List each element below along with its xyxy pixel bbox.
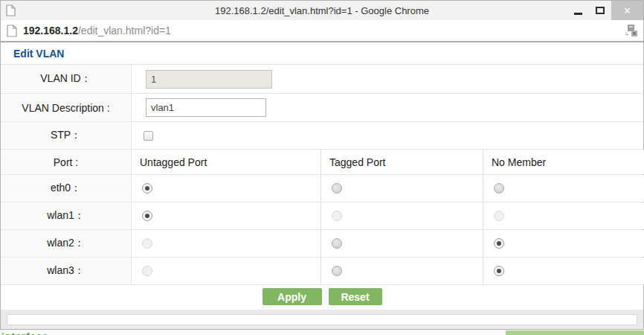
radio-wlan3-untagged: [142, 266, 152, 276]
port-radio-cell: [483, 230, 644, 257]
port-radio-cell: [321, 258, 483, 284]
radio-wlan1-tagged: [332, 211, 342, 221]
stp-row: STP：: [1, 122, 643, 150]
radio-wlan3-tagged[interactable]: [332, 266, 342, 276]
frame-square-icon: [631, 31, 637, 36]
port-label: Port :: [1, 150, 132, 174]
radio-eth0-nomember[interactable]: [494, 183, 504, 194]
port-radio-cell: [321, 175, 483, 202]
port-row-label: wlan1：: [1, 202, 132, 229]
vlan-id-input: [146, 70, 272, 89]
column-header-nomember: No Member: [483, 150, 644, 174]
window-footer: [1, 310, 643, 329]
page-document-icon: [7, 25, 17, 37]
radio-wlan2-tagged[interactable]: [332, 238, 342, 249]
port-radio-cell: [132, 258, 321, 284]
port-radio-cell: [132, 202, 321, 229]
port-radio-cell: [483, 202, 644, 229]
port-radio-cell: [321, 230, 483, 257]
column-header-untagged: Untagged Port: [132, 150, 321, 174]
vlan-id-row: VLAN ID：: [1, 65, 643, 94]
radio-wlan3-nomember[interactable]: [494, 266, 504, 276]
browser-window: 192.168.1.2/edit_vlan.html?id=1 - Google…: [0, 0, 644, 330]
port-row: eth0：: [1, 175, 643, 202]
port-radio-cell: [132, 175, 321, 202]
close-button[interactable]: ✕: [611, 1, 643, 20]
radio-eth0-tagged[interactable]: [332, 183, 342, 194]
minimize-button[interactable]: [567, 1, 589, 20]
frames-icon[interactable]: ↳: [625, 25, 637, 36]
column-header-tagged: Tagged Port: [321, 150, 483, 174]
page-content: Edit VLAN VLAN ID： VLAN Description : ST…: [1, 42, 643, 309]
maximize-button[interactable]: [589, 1, 611, 20]
radio-wlan1-nomember: [494, 211, 504, 221]
vlan-id-cell: [132, 65, 643, 93]
button-row: Apply Reset: [1, 285, 643, 309]
maximize-icon: [596, 7, 605, 14]
url-text[interactable]: 192.168.1.2/edit_vlan.html?id=1: [23, 25, 625, 36]
port-radio-cell: [483, 175, 644, 202]
reset-button[interactable]: Reset: [329, 288, 382, 305]
background-window-strip: interface: [0, 330, 644, 335]
address-bar[interactable]: 192.168.1.2/edit_vlan.html?id=1 ↳: [1, 20, 643, 42]
radio-wlan2-untagged: [142, 238, 152, 249]
stp-label: STP：: [1, 122, 132, 149]
title-bar: 192.168.1.2/edit_vlan.html?id=1 - Google…: [1, 1, 643, 20]
port-radio-cell: [483, 258, 644, 284]
background-text: interface: [1, 331, 48, 335]
stp-checkbox[interactable]: [144, 131, 153, 141]
vlan-description-cell: [132, 94, 643, 121]
port-radio-cell: [132, 230, 321, 257]
port-rows: eth0：wlan1：wlan2：wlan3：: [1, 175, 643, 285]
radio-wlan1-untagged[interactable]: [142, 211, 152, 221]
footer-strip: [7, 314, 637, 325]
url-host: 192.168.1.2: [23, 25, 78, 36]
vlan-description-row: VLAN Description :: [1, 94, 643, 122]
port-row-label: wlan3：: [1, 258, 132, 284]
minimize-icon: [574, 13, 582, 15]
frame-arrow-icon: ↳: [625, 31, 629, 36]
vlan-description-label: VLAN Description :: [1, 94, 132, 121]
stp-cell: [132, 122, 643, 149]
green-bar: [506, 331, 644, 335]
url-path: /edit_vlan.html?id=1: [78, 25, 171, 36]
port-row: wlan2：: [1, 230, 643, 258]
apply-button[interactable]: Apply: [263, 288, 322, 305]
page-title: Edit VLAN: [1, 42, 643, 65]
port-radio-cell: [321, 202, 483, 229]
window-controls: ✕: [567, 1, 643, 20]
radio-wlan2-nomember[interactable]: [494, 238, 504, 249]
port-row: wlan1：: [1, 202, 643, 230]
radio-eth0-untagged[interactable]: [142, 183, 152, 194]
port-header-row: Port : Untagged Port Tagged Port No Memb…: [1, 150, 643, 175]
window-title: 192.168.1.2/edit_vlan.html?id=1 - Google…: [1, 5, 643, 16]
vlan-description-input[interactable]: [146, 98, 266, 117]
port-row: wlan3：: [1, 258, 643, 285]
port-row-label: eth0：: [1, 175, 132, 202]
vlan-id-label: VLAN ID：: [1, 65, 132, 93]
port-row-label: wlan2：: [1, 230, 132, 257]
